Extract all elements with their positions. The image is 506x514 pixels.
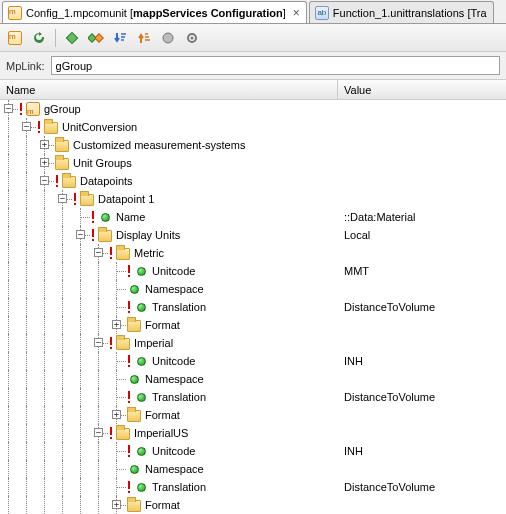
tree-row[interactable]: +Format [0,496,506,514]
tab-inactive[interactable]: ab Function_1.unittranslations [Tra [309,1,494,23]
tree-row[interactable]: UnitcodeMMT [0,262,506,280]
tab-active[interactable]: m Config_1.mpcomunit [mappServices Confi… [2,1,307,23]
tree-row[interactable]: TranslationDistanceToVolume [0,298,506,316]
tree-row[interactable]: −Datapoint 1 [0,190,506,208]
grid-header: Name Value [0,80,506,100]
tree-value[interactable]: DistanceToVolume [338,298,506,316]
tab-inactive-file: Function_1.unittranslations [333,7,464,19]
folder-icon [61,173,77,189]
property-icon [126,461,142,477]
tree-row[interactable]: −Datapoints [0,172,506,190]
expand-icon[interactable]: + [40,140,49,149]
expand-icon[interactable]: + [112,500,121,509]
tree-row[interactable]: Namespace [0,460,506,478]
error-marker-icon [126,390,132,404]
error-marker-icon [54,174,60,188]
toolbar-btn-diamond-green[interactable] [61,27,83,49]
tree-row[interactable]: Namespace [0,370,506,388]
svg-point-5 [191,36,194,39]
tree-label: gGroup [44,100,81,118]
property-icon [126,281,142,297]
toolbar-btn-refresh[interactable] [28,27,50,49]
mplink-label: MpLink: [6,60,45,72]
mplink-input[interactable] [51,56,500,75]
tree-label: Format [145,316,180,334]
tree-row[interactable]: TranslationDistanceToVolume [0,478,506,496]
column-name[interactable]: Name [0,80,338,99]
tree-label: Translation [152,478,206,496]
svg-point-3 [163,33,173,43]
error-marker-icon [90,228,96,242]
collapse-icon[interactable]: − [58,194,67,203]
toolbar-btn-stop[interactable] [157,27,179,49]
error-marker-icon [126,354,132,368]
property-icon [133,299,149,315]
error-marker-icon [108,246,114,260]
translation-icon: ab [315,6,329,20]
toolbar: m [0,24,506,52]
collapse-icon[interactable]: − [22,122,31,131]
tree-row[interactable]: −ImperialUS [0,424,506,442]
toolbar-btn-gear[interactable] [181,27,203,49]
error-marker-icon [126,300,132,314]
expand-icon[interactable]: + [40,158,49,167]
folder-icon [115,245,131,261]
folder-icon [79,191,95,207]
expand-icon[interactable]: + [112,410,121,419]
tree-value[interactable]: MMT [338,262,506,280]
folder-icon [115,425,131,441]
error-marker-icon [108,426,114,440]
property-icon [133,479,149,495]
tree-label: Namespace [145,370,204,388]
folder-icon [126,407,142,423]
toolbar-btn-diamond-pair[interactable] [85,27,107,49]
tree-value[interactable]: INH [338,442,506,460]
property-icon [133,443,149,459]
tree-value[interactable]: INH [338,352,506,370]
tree-row[interactable]: +Customized measurement-systems [0,136,506,154]
tree-value[interactable]: Local [338,226,506,244]
folder-icon [126,497,142,513]
error-marker-icon [90,210,96,224]
tree-label: Imperial [134,334,173,352]
close-icon[interactable]: × [293,7,300,19]
tree-label: Translation [152,298,206,316]
tree-row[interactable]: +Format [0,406,506,424]
tree-row[interactable]: Namespace [0,280,506,298]
property-icon [133,353,149,369]
tree-row[interactable]: +Format [0,316,506,334]
tree-row[interactable]: −UnitConversion [0,118,506,136]
toolbar-btn-sort-down[interactable] [109,27,131,49]
tree-value[interactable]: DistanceToVolume [338,478,506,496]
toolbar-btn-config[interactable]: m [4,27,26,49]
tree-row[interactable]: −Imperial [0,334,506,352]
tree-row[interactable]: Name::Data:Material [0,208,506,226]
collapse-icon[interactable]: − [94,248,103,257]
error-marker-icon [18,102,24,116]
tree-value[interactable]: ::Data:Material [338,208,506,226]
mplink-row: MpLink: [0,52,506,80]
tree-row[interactable]: UnitcodeINH [0,442,506,460]
collapse-icon[interactable]: − [94,428,103,437]
tree-row[interactable]: −Display UnitsLocal [0,226,506,244]
collapse-icon[interactable]: − [4,104,13,113]
tree-row[interactable]: +Unit Groups [0,154,506,172]
toolbar-btn-sort-up[interactable] [133,27,155,49]
property-icon [133,263,149,279]
folder-icon [115,335,131,351]
tree-row[interactable]: UnitcodeINH [0,352,506,370]
collapse-icon[interactable]: − [76,230,85,239]
tree-label: Unitcode [152,262,195,280]
column-value[interactable]: Value [338,80,506,99]
folder-icon [43,119,59,135]
tree-label: Format [145,406,180,424]
collapse-icon[interactable]: − [40,176,49,185]
tree-row[interactable]: −mgGroup [0,100,506,118]
collapse-icon[interactable]: − [94,338,103,347]
error-marker-icon [126,480,132,494]
tree-value[interactable]: DistanceToVolume [338,388,506,406]
expand-icon[interactable]: + [112,320,121,329]
tree-label: Name [116,208,145,226]
tree-row[interactable]: −Metric [0,244,506,262]
tree-row[interactable]: TranslationDistanceToVolume [0,388,506,406]
